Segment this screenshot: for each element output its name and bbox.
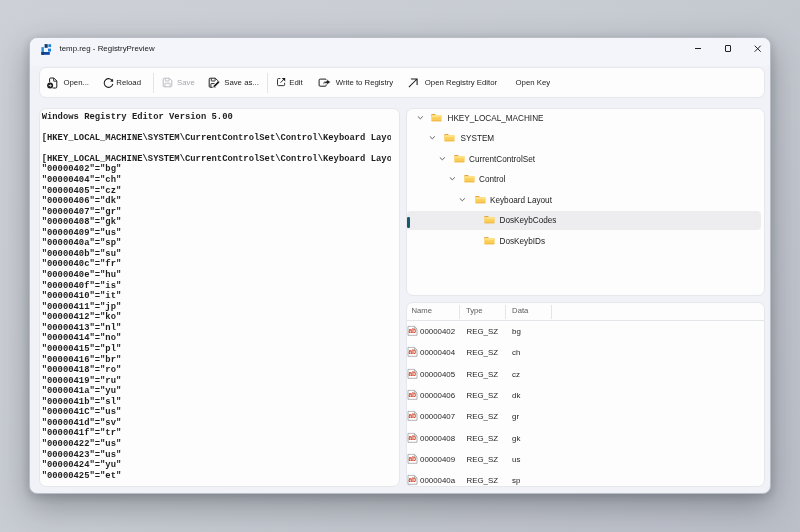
svg-text:ab: ab (408, 434, 416, 441)
svg-text:ab: ab (408, 370, 416, 377)
svg-text:ab: ab (408, 327, 416, 334)
svg-text:ab: ab (408, 413, 416, 420)
svg-text:ab: ab (408, 391, 416, 398)
svg-text:ab: ab (408, 476, 416, 483)
svg-text:ab: ab (408, 349, 416, 356)
svg-text:ab: ab (408, 455, 416, 462)
